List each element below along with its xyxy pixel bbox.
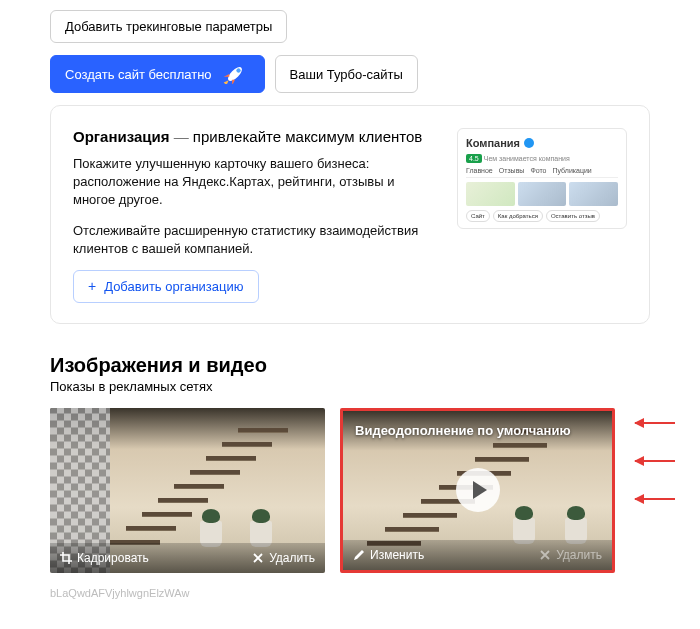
- arrow-icon: [635, 460, 675, 462]
- preview-tab: Главное: [466, 167, 493, 174]
- preview-company-label: Компания: [466, 137, 520, 149]
- crop-icon: [60, 552, 72, 564]
- preview-map-thumb: [466, 182, 515, 206]
- close-icon: [539, 549, 551, 561]
- turbo-sites-button[interactable]: Ваши Турбо-сайты: [275, 55, 418, 93]
- arrow-icon: [635, 422, 675, 424]
- organization-desc-1: Покажите улучшенную карточку вашего бизн…: [73, 155, 437, 210]
- video-caption: Видеодополнение по умолчанию: [355, 423, 571, 438]
- organization-card: Организация — привлекайте максимум клиен…: [50, 105, 650, 324]
- create-site-label: Создать сайт бесплатно: [65, 67, 212, 82]
- image-card[interactable]: Кадрировать Удалить: [50, 408, 325, 573]
- image-hash-note: bLaQwdAFVjyhlwgnElzWAw: [50, 587, 650, 599]
- media-row: Кадрировать Удалить Видеодополнение по у: [50, 408, 650, 573]
- delete-label: Удалить: [556, 548, 602, 562]
- preview-mini-btn: Оставить отзыв: [546, 210, 600, 222]
- arrow-icon: [635, 498, 675, 500]
- create-site-button[interactable]: Создать сайт бесплатно: [50, 55, 265, 93]
- rocket-icon: [220, 64, 250, 84]
- annotation-arrows: [635, 408, 675, 500]
- tracking-params-button[interactable]: Добавить трекинговые параметры: [50, 10, 287, 43]
- organization-desc-2: Отслеживайте расширенную статистику взаи…: [73, 222, 437, 258]
- edit-label: Изменить: [370, 548, 424, 562]
- delete-label: Удалить: [269, 551, 315, 565]
- add-organization-button[interactable]: + Добавить организацию: [73, 270, 259, 303]
- add-organization-label: Добавить организацию: [104, 279, 243, 294]
- crop-button[interactable]: Кадрировать: [60, 551, 149, 565]
- crop-label: Кадрировать: [77, 551, 149, 565]
- edit-video-button[interactable]: Изменить: [353, 548, 424, 562]
- organization-title: Организация: [73, 128, 170, 145]
- preview-tab: Публикации: [553, 167, 592, 174]
- verify-icon: [524, 138, 534, 148]
- preview-thumb: [569, 182, 618, 206]
- organization-preview: Компания 4.5Чем занимается компания Глав…: [457, 128, 627, 229]
- preview-thumb: [518, 182, 567, 206]
- preview-tab: Отзывы: [499, 167, 525, 174]
- pencil-icon: [353, 549, 365, 561]
- video-card[interactable]: Видеодополнение по умолчанию Изменить Уд…: [340, 408, 615, 573]
- delete-video-button[interactable]: Удалить: [539, 548, 602, 562]
- close-icon: [252, 552, 264, 564]
- preview-tab: Фото: [530, 167, 546, 174]
- play-button[interactable]: [456, 468, 500, 512]
- media-section-sub: Показы в рекламных сетях: [50, 379, 650, 394]
- media-section-title: Изображения и видео: [50, 354, 650, 377]
- organization-tagline: привлекайте максимум клиентов: [193, 128, 422, 145]
- delete-image-button[interactable]: Удалить: [252, 551, 315, 565]
- plus-icon: +: [88, 279, 96, 293]
- dash: —: [174, 128, 193, 145]
- rating-badge: 4.5: [466, 154, 482, 163]
- preview-mini-btn: Как добраться: [493, 210, 543, 222]
- preview-mini-btn: Сайт: [466, 210, 490, 222]
- preview-sub: Чем занимается компания: [484, 155, 570, 162]
